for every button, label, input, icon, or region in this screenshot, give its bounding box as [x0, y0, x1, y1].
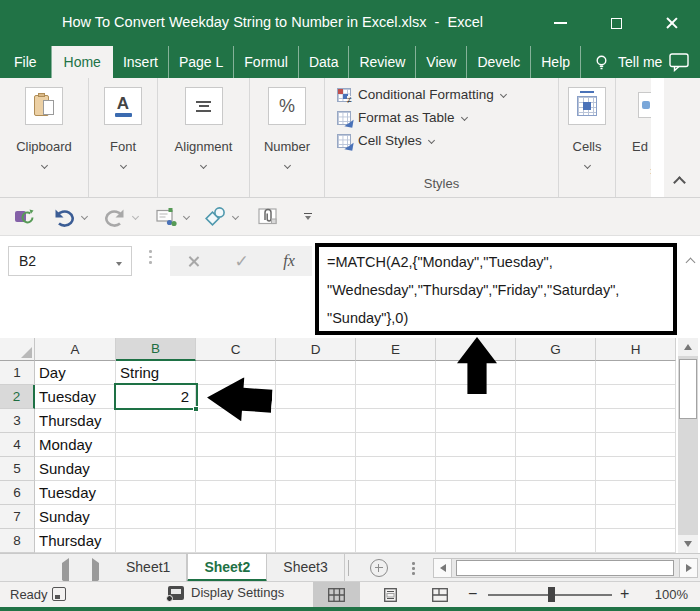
- cell-h3[interactable]: [596, 409, 676, 433]
- page-break-view-button[interactable]: [418, 582, 462, 607]
- font-button[interactable]: A: [104, 87, 142, 125]
- sheet-tab-sheet1[interactable]: Sheet1: [110, 554, 187, 582]
- cell-f7[interactable]: [436, 505, 516, 529]
- cell-h4[interactable]: [596, 433, 676, 457]
- cell-f8[interactable]: [436, 529, 516, 553]
- cell-b2-selected[interactable]: 2: [116, 385, 196, 409]
- minimize-button[interactable]: [532, 0, 588, 46]
- collapse-ribbon-button[interactable]: [670, 173, 692, 189]
- clipboard-button[interactable]: [25, 87, 63, 125]
- tab-developer[interactable]: Develc: [467, 46, 531, 78]
- cell-h6[interactable]: [596, 481, 676, 505]
- email-dropdown[interactable]: [184, 214, 189, 219]
- cell-f6[interactable]: [436, 481, 516, 505]
- cell-c4[interactable]: [196, 433, 276, 457]
- cell-a6[interactable]: Tuesday: [35, 481, 116, 505]
- cell-a7[interactable]: Sunday: [35, 505, 116, 529]
- ribbon-group-number[interactable]: % Number: [250, 78, 325, 197]
- cell-h5[interactable]: [596, 457, 676, 481]
- cell-a4[interactable]: Monday: [35, 433, 116, 457]
- select-all-button[interactable]: [0, 338, 35, 361]
- cell-h8[interactable]: [596, 529, 676, 553]
- zoom-out-button[interactable]: −: [468, 585, 477, 603]
- column-header-e[interactable]: E: [356, 338, 436, 361]
- ribbon-group-clipboard[interactable]: Clipboard: [0, 78, 89, 197]
- row-header-2[interactable]: 2: [0, 385, 35, 409]
- cancel-button[interactable]: [187, 255, 200, 268]
- cell-e7[interactable]: [356, 505, 436, 529]
- cell-a2[interactable]: Tuesday: [35, 385, 116, 409]
- row-header-5[interactable]: 5: [0, 457, 35, 481]
- cell-g8[interactable]: [516, 529, 596, 553]
- cell-g4[interactable]: [516, 433, 596, 457]
- macro-record-button[interactable]: [52, 587, 66, 601]
- tab-help[interactable]: Help: [531, 46, 581, 78]
- row-header-3[interactable]: 3: [0, 409, 35, 433]
- cell-g7[interactable]: [516, 505, 596, 529]
- shapes-dropdown[interactable]: [233, 214, 238, 219]
- format-as-table-button[interactable]: Format as Table: [337, 110, 467, 125]
- horizontal-scrollbar-thumb[interactable]: [456, 560, 674, 576]
- undo-button[interactable]: [52, 207, 76, 227]
- sheet-tab-sheet3[interactable]: Sheet3: [267, 554, 344, 582]
- page-layout-view-button[interactable]: [368, 582, 412, 607]
- cell-d4[interactable]: [276, 433, 356, 457]
- tab-formulas[interactable]: Formul: [234, 46, 299, 78]
- cell-c5[interactable]: [196, 457, 276, 481]
- cell-d6[interactable]: [276, 481, 356, 505]
- cell-h2[interactable]: [596, 385, 676, 409]
- ribbon-group-font[interactable]: A Font: [89, 78, 158, 197]
- cell-g1[interactable]: [516, 361, 596, 385]
- formula-bar-collapse-button[interactable]: [682, 252, 694, 270]
- zoom-slider-thumb[interactable]: [548, 587, 555, 602]
- touch-mouse-mode-button[interactable]: [14, 207, 36, 227]
- cell-c7[interactable]: [196, 505, 276, 529]
- feedback-icon[interactable]: [669, 53, 690, 76]
- cell-f5[interactable]: [436, 457, 516, 481]
- horizontal-scrollbar[interactable]: [433, 558, 698, 578]
- row-header-6[interactable]: 6: [0, 481, 35, 505]
- scroll-left-button[interactable]: [434, 559, 452, 577]
- cell-e2[interactable]: [356, 385, 436, 409]
- new-sheet-button[interactable]: [370, 559, 388, 577]
- cell-d8[interactable]: [276, 529, 356, 553]
- formula-bar-input[interactable]: =MATCH(A2,{"Monday","Tuesday", "Wednesda…: [319, 247, 673, 333]
- cell-e4[interactable]: [356, 433, 436, 457]
- email-button[interactable]: [156, 207, 178, 227]
- tell-me-button[interactable]: Tell me: [581, 46, 674, 78]
- attachment-button[interactable]: [258, 207, 280, 226]
- row-header-7[interactable]: 7: [0, 505, 35, 529]
- tab-file[interactable]: File: [0, 46, 52, 78]
- conditional-formatting-button[interactable]: ≠ Conditional Formatting: [337, 87, 506, 102]
- previous-sheet-button[interactable]: [62, 563, 69, 581]
- undo-dropdown[interactable]: [82, 214, 87, 219]
- tab-view[interactable]: View: [416, 46, 467, 78]
- redo-dropdown[interactable]: [133, 214, 138, 219]
- cell-d2[interactable]: [276, 385, 356, 409]
- cell-e1[interactable]: [356, 361, 436, 385]
- cell-d7[interactable]: [276, 505, 356, 529]
- name-box-dropdown[interactable]: [116, 252, 131, 270]
- cell-f4[interactable]: [436, 433, 516, 457]
- cell-c1[interactable]: [196, 361, 276, 385]
- display-settings-button[interactable]: Display Settings: [168, 585, 284, 600]
- column-header-c[interactable]: C: [196, 338, 276, 361]
- cell-b1[interactable]: String: [116, 361, 196, 385]
- cell-a3[interactable]: Thursday: [35, 409, 116, 433]
- cell-d3[interactable]: [276, 409, 356, 433]
- cell-d1[interactable]: [276, 361, 356, 385]
- scroll-up-button[interactable]: [678, 338, 698, 356]
- cell-h7[interactable]: [596, 505, 676, 529]
- cell-e3[interactable]: [356, 409, 436, 433]
- next-sheet-button[interactable]: [92, 563, 99, 581]
- cell-a1[interactable]: Day: [35, 361, 116, 385]
- column-header-a[interactable]: A: [35, 338, 116, 361]
- cell-g6[interactable]: [516, 481, 596, 505]
- vertical-scrollbar[interactable]: [678, 338, 698, 553]
- cell-g5[interactable]: [516, 457, 596, 481]
- redo-button[interactable]: [103, 207, 127, 227]
- cell-g2[interactable]: [516, 385, 596, 409]
- tab-insert[interactable]: Insert: [113, 46, 169, 78]
- cell-b7[interactable]: [116, 505, 196, 529]
- tab-review[interactable]: Review: [349, 46, 416, 78]
